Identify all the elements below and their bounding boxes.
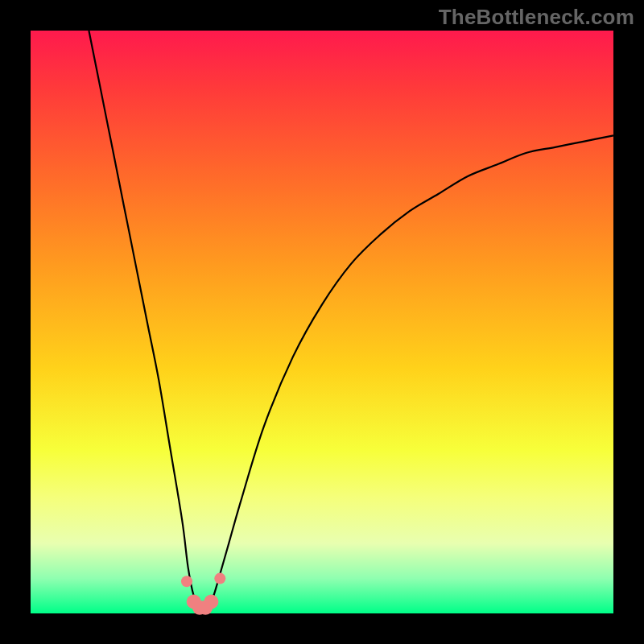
watermark-text: TheBottleneck.com — [439, 5, 634, 30]
chart-frame: TheBottleneck.com — [0, 0, 644, 644]
bottleneck-curve — [89, 31, 613, 609]
near-optimum-marker — [214, 573, 225, 584]
near-optimum-marker — [204, 595, 218, 609]
curve-layer — [31, 31, 613, 613]
near-optimum-markers — [181, 573, 225, 615]
near-optimum-marker — [181, 576, 192, 587]
